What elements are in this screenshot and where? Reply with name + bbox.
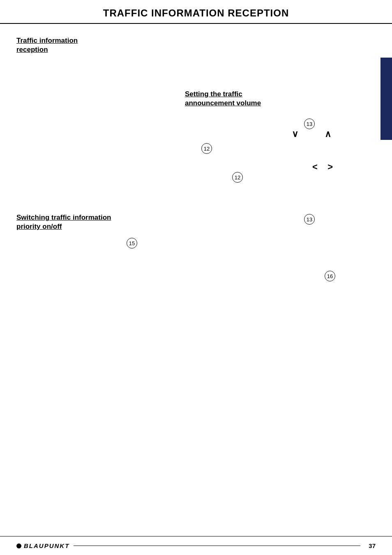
circle-12a: 12 — [201, 143, 212, 154]
nav-left-arrow: < — [312, 162, 318, 172]
section1-title-line1: Traffic information — [16, 37, 78, 44]
footer-line — [74, 546, 360, 546]
section2-title-line2: announcement volume — [185, 99, 261, 107]
main-content: Traffic information reception Setting th… — [0, 24, 392, 542]
section2-title-line1: Setting the traffic — [185, 90, 242, 98]
footer-logo: BLAUPUNKT — [16, 542, 69, 549]
vol-up-arrow: ∧ — [325, 129, 334, 139]
section1-title: Traffic information reception — [16, 36, 78, 54]
vol-down-arrow: ∨ — [292, 129, 302, 139]
circle-16: 16 — [325, 271, 335, 281]
circle-15: 15 — [127, 238, 137, 248]
footer-brand: BLAUPUNKT — [24, 542, 69, 549]
circle-12b: 12 — [232, 172, 243, 183]
page-title: TRAFFIC INFORMATION RECEPTION — [16, 7, 376, 19]
page-header: TRAFFIC INFORMATION RECEPTION — [0, 0, 392, 24]
section3-title-line2: priority on/off — [16, 223, 62, 230]
nav-arrows: < > — [312, 162, 333, 172]
circle-13b: 13 — [304, 214, 315, 225]
nav-right-arrow: > — [327, 162, 333, 172]
section1-title-line2: reception — [16, 46, 48, 53]
footer-dot — [16, 543, 21, 548]
section3-title-line1: Switching traffic information — [16, 214, 111, 221]
section2-title: Setting the traffic announcement volume — [185, 90, 261, 108]
footer-page-number: 37 — [369, 542, 376, 549]
volume-arrows: ∨ ∧ — [292, 129, 334, 139]
page-footer: BLAUPUNKT 37 — [0, 536, 392, 555]
circle-13a: 13 — [304, 118, 315, 129]
section3-title: Switching traffic information priority o… — [16, 213, 111, 231]
